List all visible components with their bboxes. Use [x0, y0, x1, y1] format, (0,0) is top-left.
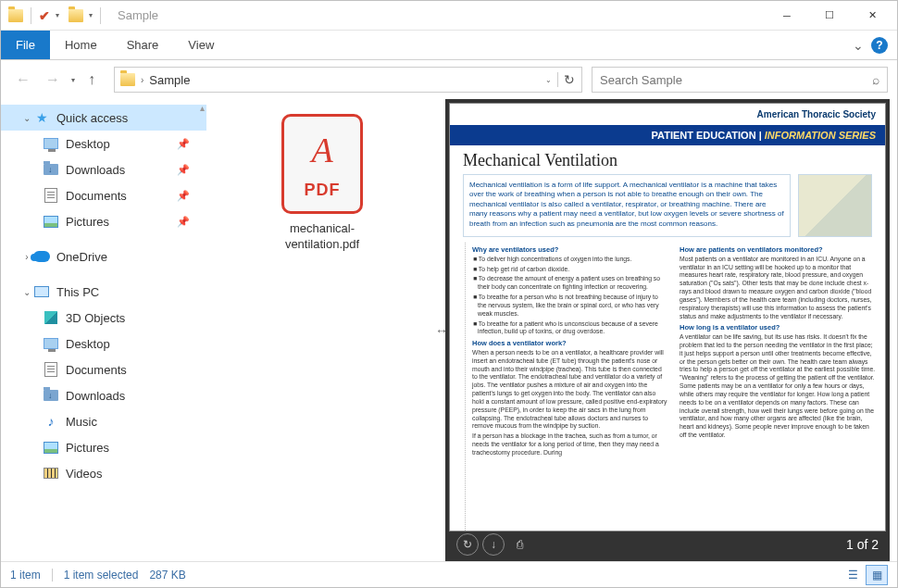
tree-desktop-pc[interactable]: Desktop: [1, 331, 206, 357]
tree-label: Music: [66, 415, 97, 429]
tree-label: Downloads: [66, 163, 125, 177]
documents-icon: [44, 188, 57, 203]
quick-access-icon: ★: [32, 110, 51, 125]
ribbon-expand-icon[interactable]: ⌄: [853, 38, 864, 53]
tree-label: Videos: [66, 467, 103, 481]
page-indicator: 1 of 2: [846, 537, 879, 552]
doc-heading: How long is a ventilator used?: [680, 323, 876, 332]
tree-videos[interactable]: Videos: [1, 460, 206, 486]
ribbon: File Home Share View ⌄ ?: [1, 31, 897, 60]
tree-label: Desktop: [66, 337, 110, 351]
tree-pictures-pc[interactable]: Pictures: [1, 434, 206, 460]
this-pc-icon: [34, 286, 49, 297]
downloads-icon: ↓: [44, 390, 58, 401]
save-icon[interactable]: ↓: [482, 533, 505, 556]
search-box[interactable]: ⌕: [592, 67, 888, 93]
qat-newfolder-icon[interactable]: [69, 9, 83, 22]
tab-home[interactable]: Home: [50, 31, 112, 59]
rotate-icon[interactable]: ↻: [456, 533, 479, 556]
zoom-icon[interactable]: ⎙: [508, 533, 530, 556]
pin-icon: 📌: [177, 164, 190, 176]
status-bar: 1 item 1 item selected 287 KB ☰ ▦: [1, 561, 897, 587]
back-button[interactable]: ←: [10, 67, 36, 93]
maximize-button[interactable]: ☐: [808, 1, 851, 31]
tree-pictures[interactable]: Pictures 📌: [1, 208, 206, 234]
doc-illustration: [798, 174, 872, 237]
app-icon: [8, 9, 23, 22]
up-button[interactable]: ↑: [79, 67, 105, 93]
search-input[interactable]: [600, 73, 872, 87]
file-name: mechanical-ventilation.pdf: [257, 221, 387, 253]
tab-view[interactable]: View: [173, 31, 229, 59]
expand-icon[interactable]: ⌄: [21, 113, 32, 123]
doc-org: American Thoracic Society: [450, 104, 885, 125]
preview-document[interactable]: American Thoracic Society PATIENT EDUCAT…: [449, 103, 886, 532]
minimize-button[interactable]: ─: [766, 1, 808, 31]
pin-icon: 📌: [177, 138, 190, 150]
title-bar: ✔ ▾ ▾ Sample ─ ☐ ✕: [1, 1, 897, 31]
qat-properties-icon[interactable]: ✔: [39, 8, 50, 23]
tree-label: This PC: [56, 285, 99, 299]
preview-splitter[interactable]: [438, 99, 445, 561]
tree-3d-objects[interactable]: 3D Objects: [1, 305, 206, 331]
address-dropdown-icon[interactable]: ⌄: [545, 76, 552, 84]
breadcrumb-folder[interactable]: Sample: [149, 73, 190, 87]
tree-documents-pc[interactable]: Documents: [1, 357, 206, 382]
3d-objects-icon: [44, 311, 57, 324]
history-dropdown-icon[interactable]: ▾: [71, 76, 75, 84]
expand-icon[interactable]: ⌄: [21, 287, 32, 297]
tree-downloads-pc[interactable]: ↓ Downloads: [1, 382, 206, 408]
onedrive-icon: [33, 251, 50, 262]
tree-label: Desktop: [66, 137, 110, 151]
doc-heading: How are patients on ventilators monitore…: [680, 245, 876, 255]
videos-icon: [44, 468, 58, 479]
navigation-toolbar: ← → ▾ ↑ › Sample ⌄ ↻ ⌕: [1, 60, 897, 99]
desktop-icon: [44, 338, 58, 349]
address-bar[interactable]: › Sample ⌄ ↻: [114, 67, 582, 93]
explorer-window: ✔ ▾ ▾ Sample ─ ☐ ✕ File Home Share View …: [0, 0, 898, 588]
tab-file[interactable]: File: [1, 31, 50, 59]
tree-downloads[interactable]: ↓ Downloads 📌: [1, 156, 206, 182]
doc-heading: Why are ventilators used?: [472, 245, 668, 255]
documents-icon: [44, 362, 57, 377]
tree-music[interactable]: ♪ Music: [1, 408, 206, 434]
navigation-pane[interactable]: ▴ ⌄ ★ Quick access Desktop 📌 ↓ Downloads…: [1, 99, 206, 561]
help-icon[interactable]: ?: [871, 37, 888, 54]
tree-documents[interactable]: Documents 📌: [1, 182, 206, 208]
doc-intro: Mechanical ventilation is a form of life…: [463, 174, 791, 237]
file-list[interactable]: A PDF mechanical-ventilation.pdf: [206, 99, 438, 561]
details-view-button[interactable]: ☰: [842, 565, 864, 585]
preview-toolbar: ↻ ↓ ⎙ 1 of 2: [449, 532, 886, 557]
doc-body: Why are ventilators used? ■ To deliver h…: [450, 243, 885, 531]
qat-dropdown-icon[interactable]: ▾: [89, 11, 93, 19]
doc-title: Mechanical Ventilation: [450, 145, 885, 174]
tree-onedrive[interactable]: › OneDrive: [1, 244, 206, 269]
breadcrumb-sep-icon[interactable]: ›: [141, 75, 143, 85]
status-size: 287 KB: [149, 569, 185, 582]
close-button[interactable]: ✕: [851, 1, 893, 31]
pin-icon: 📌: [177, 216, 190, 228]
qat-caret-icon[interactable]: ▾: [56, 11, 59, 19]
tree-label: 3D Objects: [66, 311, 125, 325]
status-item-count: 1 item: [10, 569, 41, 582]
tree-label: OneDrive: [56, 250, 107, 264]
window-title: Sample: [118, 8, 158, 22]
search-icon[interactable]: ⌕: [872, 72, 879, 87]
refresh-button[interactable]: ↻: [557, 72, 576, 87]
status-selection: 1 item selected: [64, 569, 139, 582]
tree-desktop[interactable]: Desktop 📌: [1, 131, 206, 156]
tree-quick-access[interactable]: ⌄ ★ Quick access: [1, 105, 206, 131]
tree-label: Pictures: [66, 441, 109, 455]
tree-label: Documents: [66, 189, 127, 203]
forward-button[interactable]: →: [40, 67, 66, 93]
tree-this-pc[interactable]: ⌄ This PC: [1, 279, 206, 305]
thumbnails-view-button[interactable]: ▦: [866, 565, 888, 585]
pictures-icon: [44, 216, 58, 228]
tree-label: Downloads: [66, 389, 125, 403]
file-item-pdf[interactable]: A PDF mechanical-ventilation.pdf: [257, 114, 387, 253]
doc-series-bar: PATIENT EDUCATION | INFORMATION SERIES: [450, 125, 885, 145]
pin-icon: 📌: [177, 190, 190, 202]
body: ▴ ⌄ ★ Quick access Desktop 📌 ↓ Downloads…: [1, 99, 897, 561]
scroll-up-icon[interactable]: ▴: [200, 103, 205, 113]
tab-share[interactable]: Share: [112, 31, 174, 59]
